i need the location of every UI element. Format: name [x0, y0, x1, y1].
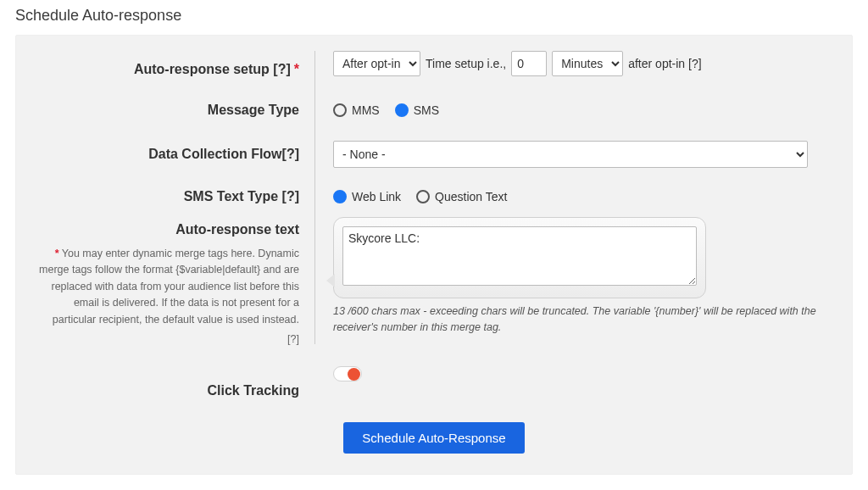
time-setup-label: Time setup i.e., — [426, 57, 506, 70]
column-divider — [314, 51, 315, 344]
message-bubble: Skycore LLC: — [333, 217, 706, 298]
radio-question-text[interactable]: Question Text — [416, 190, 507, 203]
radio-circle-icon — [333, 190, 347, 203]
auto-response-text-label: Auto-response text — [175, 222, 299, 237]
message-type-label: Message Type — [208, 103, 299, 118]
data-collection-flow-label: Data Collection Flow[?] — [148, 147, 299, 162]
merge-tags-hint-help: [?] — [35, 331, 299, 348]
auto-response-setup-label: Auto-response setup [?] — [134, 62, 291, 77]
schedule-auto-response-button[interactable]: Schedule Auto-Response — [343, 422, 524, 454]
time-value-input[interactable] — [511, 51, 547, 76]
radio-circle-icon — [416, 190, 430, 203]
sms-text-type-radio-group: Web Link Question Text — [333, 190, 507, 203]
auto-response-textarea[interactable]: Skycore LLC: — [342, 226, 697, 286]
toggle-knob — [348, 368, 360, 381]
when-select[interactable]: After opt-in — [333, 51, 420, 76]
data-collection-flow-select[interactable]: - None - — [333, 141, 808, 168]
char-counter-hint: 13 /600 chars max - exceeding chars will… — [333, 303, 833, 336]
radio-web-link[interactable]: Web Link — [333, 190, 401, 203]
radio-circle-icon — [333, 103, 347, 117]
message-type-radio-group: MMS SMS — [333, 103, 439, 117]
required-marker: * — [294, 62, 299, 77]
merge-tags-hint: * You may enter dynamic merge tags here.… — [35, 246, 299, 328]
click-tracking-label: Click Tracking — [208, 383, 300, 398]
time-unit-select[interactable]: Minutes — [552, 51, 623, 76]
page-title: Schedule Auto-response — [15, 7, 853, 25]
form-panel: Auto-response setup [?] * Message Type D… — [15, 35, 853, 475]
radio-sms[interactable]: SMS — [395, 103, 439, 117]
after-opt-in-text: after opt-in [?] — [628, 57, 701, 70]
click-tracking-toggle[interactable] — [333, 366, 362, 381]
radio-circle-icon — [395, 103, 409, 117]
sms-text-type-label: SMS Text Type [?] — [184, 189, 299, 204]
radio-mms[interactable]: MMS — [333, 103, 380, 117]
